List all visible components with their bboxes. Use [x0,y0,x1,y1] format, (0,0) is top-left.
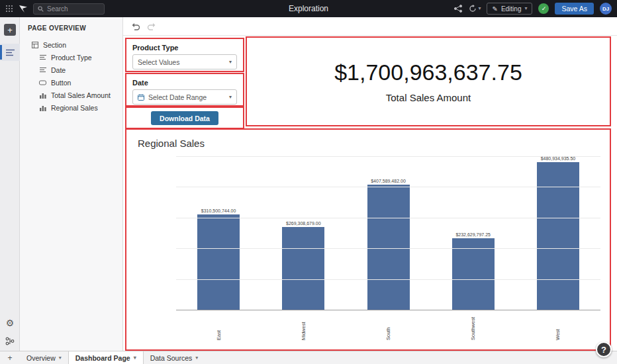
filter-label: Date [132,79,243,87]
gridline [176,156,600,157]
add-page-button[interactable]: + [0,351,20,364]
chart-bar-column: $269,308,679.00 [261,221,346,310]
bar-value-label: $310,500,744.00 [201,208,236,213]
download-data-button[interactable]: Download Data [151,111,218,125]
chevron-down-icon[interactable]: ▾ [59,355,62,361]
bar-southwest[interactable] [452,238,495,310]
gridline [176,218,600,218]
panel-title: PAGE OVERVIEW [20,17,122,38]
sidebar-item-regional-sales[interactable]: Regional Sales [20,101,122,114]
tab-label: Data Sources [150,354,193,362]
sidebar-item-button[interactable]: Button [20,76,122,89]
bar-east[interactable] [197,214,240,310]
chart-bar-column: $232,629,797.25 [431,232,516,310]
tab-overview[interactable]: Overview▾ [20,351,68,364]
chevron-down-icon: ▾ [524,6,527,11]
chevron-down-icon[interactable]: ▾ [195,355,198,361]
settings-gear-icon[interactable]: ⚙ [6,318,15,328]
date-filter-widget: Date Select Date Range ▾ [126,74,243,105]
add-element-button[interactable]: + [4,24,16,36]
chart-title: Regional Sales [126,130,610,149]
kpi-widget[interactable]: $1,700,963,637.75 Total Sales Amount [247,38,610,125]
x-axis-tick: West [516,310,600,340]
chevron-down-icon[interactable]: ▾ [478,6,481,11]
tab-label: Overview [26,354,56,362]
gridline [176,248,600,249]
chart-area: $310,500,744.00$269,308,679.00$407,589,4… [176,156,600,340]
top-bar: Exploration ▾ ✎ [0,0,617,17]
user-avatar[interactable]: DJ [600,3,612,15]
filter-label: Product Type [132,44,243,52]
chevron-down-icon: ▾ [229,59,232,65]
pencil-icon: ✎ [492,5,497,13]
chevron-down-icon[interactable]: ▾ [134,355,136,361]
app-grid-icon[interactable] [5,5,13,13]
search-icon [38,6,44,12]
bar-value-label: $407,589,482.00 [371,179,406,183]
x-axis-label: East [216,312,222,340]
sidebar-item-label: Date [51,66,66,74]
sidebar-item-label: Product Type [51,54,92,62]
sidebar-item-section[interactable]: Section [20,38,122,51]
date-range-select[interactable]: Select Date Range ▾ [132,89,237,105]
kpi-label: Total Sales Amount [386,92,471,103]
product-type-select[interactable]: Select Values ▾ [132,54,237,69]
select-placeholder: Select Date Range [148,93,207,101]
chevron-down-icon: ▾ [229,94,232,100]
chart-bar-column: $480,934,935.50 [516,156,600,310]
page-overview-panel: PAGE OVERVIEW SectionProduct TypeDateBut… [20,17,123,351]
chart-bar-column: $310,500,744.00 [176,208,261,310]
chart-columns: $310,500,744.00$269,308,679.00$407,589,4… [176,156,600,310]
product-type-filter-widget: Product Type Select Values ▾ [126,39,243,71]
share-icon[interactable] [453,5,463,13]
chart-icon [39,105,46,111]
lineage-icon[interactable] [5,337,15,345]
chart-x-labels: EastMidwestSouthSouthwestWest [176,310,600,340]
calendar-icon [138,94,144,101]
search-input[interactable] [47,5,100,13]
logo[interactable] [19,5,28,13]
canvas-toolbar [123,17,617,36]
x-axis-label: Southwest [470,312,476,340]
sidebar-item-label: Total Sales Amount [51,91,111,99]
left-icon-rail: + ⚙ [0,17,20,351]
version-history-icon[interactable]: ▾ [469,5,481,13]
save-as-button[interactable]: Save As [555,3,594,15]
bar-midwest[interactable] [282,227,324,310]
x-axis-label: West [555,312,561,340]
gridline [176,310,600,310]
undo-icon[interactable] [131,23,140,30]
kpi-value: $1,700,963,637.75 [334,60,522,85]
bar-west[interactable] [537,162,579,310]
search-box[interactable] [33,3,105,15]
gridline [176,279,600,280]
page-overview-tool[interactable] [0,44,20,61]
section-icon [31,42,38,48]
tab-dashboard-page[interactable]: Dashboard Page▾ [68,351,144,364]
chart-plot: $310,500,744.00$269,308,679.00$407,589,4… [176,156,600,310]
tab-list: Overview▾Dashboard Page▾Data Sources▾ [20,351,205,364]
x-axis-tick: Midwest [261,310,346,340]
sidebar-item-label: Button [51,79,71,87]
sidebar-item-product-type[interactable]: Product Type [20,51,122,64]
sidebar-items: SectionProduct TypeDateButtonTotal Sales… [20,38,122,114]
regional-sales-chart-widget[interactable]: Regional Sales $500,000,000.00$400,000,0… [126,130,610,349]
help-button[interactable]: ? [596,341,612,357]
x-axis-tick: East [176,310,261,340]
bar-south[interactable] [367,185,410,310]
sidebar-item-total-sales-amount[interactable]: Total Sales Amount [20,89,122,101]
tab-data-sources[interactable]: Data Sources▾ [144,351,205,364]
button-icon [39,80,46,85]
control-icon [39,54,46,60]
gridline [176,187,600,187]
x-axis-tick: Southwest [431,310,516,340]
sidebar-item-label: Section [43,41,66,49]
sidebar-item-label: Regional Sales [51,104,98,112]
sidebar-item-date[interactable]: Date [20,64,122,76]
editing-mode-dropdown[interactable]: ✎ Editing ▾ [487,3,532,15]
redo-icon[interactable] [147,23,156,30]
x-axis-tick: South [346,310,430,340]
x-axis-label: South [385,312,391,340]
editing-mode-label: Editing [501,5,522,13]
dashboard-canvas: Product Type Select Values ▾ Date Select… [123,17,617,351]
